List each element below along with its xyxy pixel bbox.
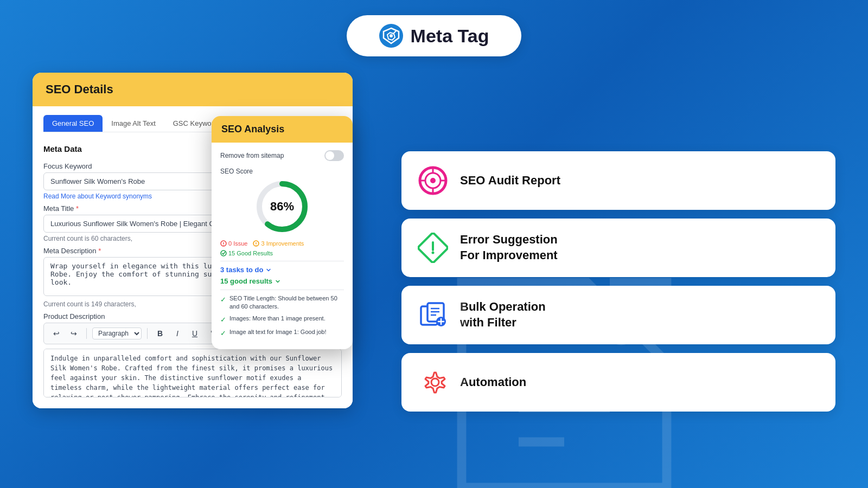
- divider-2: [220, 290, 344, 290]
- remove-sitemap-toggle[interactable]: [324, 150, 344, 161]
- seo-analysis-title: SEO Analysis: [221, 124, 284, 134]
- tab-image-alt[interactable]: Image Alt Text: [103, 115, 164, 132]
- meta-title-required: *: [76, 204, 79, 213]
- seo-analysis-header: SEO Analysis: [212, 116, 353, 143]
- header: Meta Tag: [0, 0, 868, 67]
- seo-analysis-body: Remove from sitemap SEO Score: [212, 143, 353, 349]
- svg-point-23: [256, 245, 257, 246]
- svg-point-43: [431, 378, 439, 386]
- automation-icon: [418, 367, 448, 397]
- svg-point-20: [223, 245, 224, 246]
- seo-score-label: SEO Score: [220, 168, 344, 175]
- svg-point-5: [390, 34, 393, 37]
- underline-button[interactable]: U: [188, 326, 202, 341]
- toolbar-divider-2: [147, 328, 148, 339]
- error-icon: [418, 233, 448, 263]
- issues-stat: 0 Issue: [220, 240, 247, 247]
- tasks-section: 3 tasks to do 15 good results: [220, 266, 344, 338]
- score-circle-container: 86%: [220, 179, 344, 234]
- paragraph-select[interactable]: Paragraph: [92, 328, 142, 339]
- svg-point-27: [430, 178, 436, 183]
- tasks-header[interactable]: 3 tasks to do: [220, 266, 344, 274]
- remove-sitemap-label: Remove from sitemap: [220, 152, 284, 159]
- undo-button[interactable]: ↩: [49, 326, 63, 341]
- good-results-header[interactable]: 15 good results: [220, 277, 344, 285]
- error-icon-container: [417, 232, 449, 264]
- result-item-1: ✓ SEO Title Length: Should be between 50…: [220, 294, 344, 311]
- score-value: 86%: [270, 200, 294, 214]
- main-content: SEO Details General SEO Image Alt Text G…: [0, 67, 868, 485]
- audit-icon: [418, 165, 448, 196]
- meta-data-label: Meta Data: [43, 144, 82, 153]
- svg-point-0: [604, 311, 639, 345]
- bulk-icon-container: [417, 299, 449, 331]
- seo-details-header: SEO Details: [33, 73, 353, 106]
- meta-description-required: *: [98, 247, 101, 255]
- improve-icon: [253, 240, 259, 247]
- chevron-down-icon-2: [275, 278, 281, 285]
- good-icon: [220, 250, 227, 256]
- good-results-stat: 15 Good Results: [220, 250, 344, 256]
- automation-icon-container: [417, 366, 449, 399]
- redo-button[interactable]: ↪: [67, 326, 81, 341]
- seo-details-title: SEO Details: [46, 82, 113, 96]
- score-stats: 0 Issue 3 Improvements: [220, 240, 344, 247]
- svg-point-34: [432, 252, 435, 254]
- check-icon-1: ✓: [220, 295, 226, 305]
- check-icon-3: ✓: [220, 329, 226, 338]
- toolbar-divider-1: [86, 328, 87, 339]
- result-item-3: ✓ Image alt text for Image 1: Good job!: [220, 328, 344, 338]
- toggle-knob: [326, 151, 334, 160]
- header-pill: Meta Tag: [347, 15, 522, 56]
- feature-title-seo-audit: SEO Audit Report: [460, 173, 560, 189]
- improvements-stat: 3 Improvements: [253, 240, 304, 247]
- divider: [220, 261, 344, 261]
- left-panel: SEO Details General SEO Image Alt Text G…: [33, 73, 380, 485]
- bold-button[interactable]: B: [153, 326, 167, 341]
- score-circle: 86%: [255, 179, 309, 234]
- seo-analysis-card: SEO Analysis Remove from sitemap SEO Sco…: [212, 116, 353, 349]
- feature-title-error: Error SuggestionFor Improvement: [460, 232, 558, 263]
- remove-sitemap-row: Remove from sitemap: [220, 150, 344, 161]
- italic-button[interactable]: I: [170, 326, 184, 341]
- tag-icon: [379, 24, 403, 48]
- feature-card-error[interactable]: Error SuggestionFor Improvement: [401, 219, 835, 277]
- issue-icon: [220, 240, 227, 247]
- check-icon-2: ✓: [220, 315, 226, 325]
- header-title: Meta Tag: [411, 25, 489, 47]
- audit-icon-container: [417, 164, 449, 197]
- result-item-2: ✓ Images: More than 1 image present.: [220, 314, 344, 325]
- bulk-icon: [418, 300, 448, 330]
- tab-general-seo[interactable]: General SEO: [43, 115, 103, 132]
- product-description-input[interactable]: Indulge in unparalleled comfort and soph…: [43, 349, 342, 397]
- chevron-down-icon: [265, 267, 272, 273]
- svg-point-24: [221, 251, 226, 256]
- feature-card-seo-audit[interactable]: SEO Audit Report: [401, 151, 835, 210]
